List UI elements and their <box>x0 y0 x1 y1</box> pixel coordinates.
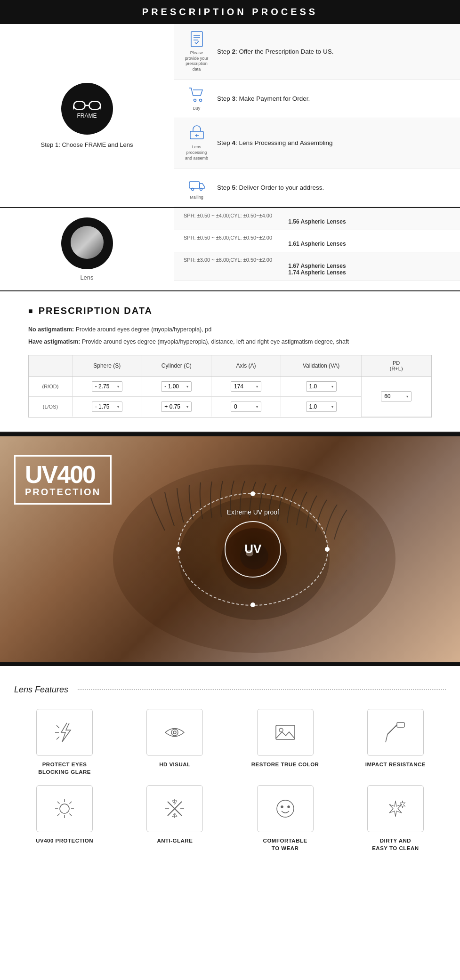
rod-validation[interactable]: 1.0▾ <box>281 377 362 397</box>
svg-rect-27 <box>276 725 295 739</box>
svg-point-9 <box>194 99 196 101</box>
th-pd: PD(R+L) <box>362 355 431 377</box>
svg-point-16 <box>200 188 202 190</box>
lens-section: Lens SPH: ±0.50 ~ ±4.00;CYL: ±0.50~±4.00… <box>0 208 460 291</box>
lens-row-1: SPH: ±0.50 ~ ±4.00;CYL: ±0.50~±4.00 1.56… <box>174 208 460 230</box>
step5-icon-wrap: Mailing <box>184 175 210 201</box>
svg-point-50 <box>277 800 294 817</box>
los-validation[interactable]: 1.0▾ <box>281 397 362 417</box>
step5-text: Step 5: Deliver Order to your address. <box>217 184 324 191</box>
feature-icon-box-7 <box>257 785 314 832</box>
step2-icon-wrap: Please provide your prescription data <box>184 31 210 72</box>
pd-value[interactable]: 60▾ <box>362 377 431 417</box>
uv400-section: UV400 PROTECTION Extreme UV proof UV <box>0 436 460 662</box>
uv-sub-label: PROTECTION <box>25 487 101 498</box>
step4: Lens processing and assemb Step 4: Lens … <box>174 118 460 168</box>
feature-icon-box-8 <box>367 785 424 832</box>
svg-line-22 <box>56 725 59 728</box>
svg-point-10 <box>199 99 202 101</box>
hammer-icon <box>384 721 407 744</box>
lightning-icon <box>53 721 76 744</box>
features-title: Lens Features <box>14 685 68 695</box>
svg-point-33 <box>60 804 69 813</box>
frame-left: FRAME Step 1: Choose FRAME and Lens <box>0 24 174 207</box>
los-sphere[interactable]: - 1.75▾ <box>72 397 142 417</box>
step3-icon-label: Buy <box>184 106 210 112</box>
feature-label-5: UV400 PROTECTION <box>36 837 93 844</box>
lens-label: Lens <box>80 274 93 281</box>
svg-line-24 <box>56 737 59 739</box>
feature-icon-box-6 <box>146 785 203 832</box>
feature-hd-visual: HD VISUAL <box>124 709 225 776</box>
svg-marker-54 <box>400 801 405 808</box>
frame-icon-circle: FRAME <box>61 83 113 135</box>
rod-axis[interactable]: 174▾ <box>211 377 281 397</box>
features-grid: PROTECT EYES BLOCKING GLARE HD VISUAL <box>14 709 446 852</box>
svg-rect-29 <box>397 723 404 727</box>
rod-sphere[interactable]: - 2.75▾ <box>72 377 142 397</box>
svg-point-52 <box>288 806 290 808</box>
th-sphere: Sphere (S) <box>72 355 142 377</box>
svg-point-15 <box>191 188 194 190</box>
image-icon <box>274 721 297 744</box>
rod-cylinder[interactable]: - 1.00▾ <box>142 377 211 397</box>
step4-icon-wrap: Lens processing and assemb <box>184 125 210 161</box>
step3-icon-wrap: Buy <box>184 86 210 112</box>
frame-circle-label: FRAME <box>77 112 97 119</box>
eye-icon <box>163 721 186 744</box>
feature-icon-box-5 <box>36 785 93 832</box>
step1-label: Step 1: Choose FRAME and Lens <box>41 141 133 148</box>
th-axis: Axis (A) <box>211 355 281 377</box>
feature-restore-color: RESTORE TRUE COLOR <box>235 709 336 776</box>
lens-row-3-name: 1.67 Aspheric Lenses 1.74 Aspheric Lense… <box>184 263 451 276</box>
sun-icon <box>53 797 76 820</box>
svg-line-4 <box>100 105 101 110</box>
prescription-data-section: PRESCRIPTION DATA No astigmatism: Provid… <box>0 291 460 433</box>
uv-dot-top <box>250 491 255 496</box>
table-row-rod: (R/OD) - 2.75▾ - 1.00▾ 174▾ 1.0▾ 60▾ <box>29 377 431 397</box>
lens-row-3: SPH: ±3.00 ~ ±8.00;CYL: ±0.50~±2.00 1.67… <box>174 252 460 281</box>
lens-row-2-specs: SPH: ±0.50 ~ ±6.00;CYL: ±0.50~±2.00 <box>184 235 451 241</box>
header-title: PRESCRIPTION PROCESS <box>142 7 318 17</box>
feature-icon-box-3 <box>257 709 314 756</box>
lens-features-section: Lens Features PROTECT EYES BLOCKING GLAR… <box>0 666 460 871</box>
black-divider <box>0 433 460 436</box>
assembly-icon <box>188 125 205 142</box>
los-cylinder[interactable]: + 0.75▾ <box>142 397 211 417</box>
step4-icon-label: Lens processing and assemb <box>184 145 210 161</box>
svg-line-31 <box>387 725 397 734</box>
svg-rect-1 <box>89 102 100 110</box>
prescription-table: Sphere (S) Cylinder (C) Axis (A) Validat… <box>29 355 431 417</box>
lens-left: Lens <box>0 208 174 290</box>
feature-label-3: RESTORE TRUE COLOR <box>251 761 319 768</box>
svg-point-25 <box>171 729 178 736</box>
feature-impact: IMPACT RESISTANCE <box>345 709 446 776</box>
svg-line-39 <box>70 813 72 816</box>
cart-icon <box>188 86 205 103</box>
feature-label-8: DIRTY AND EASY TO CLEAN <box>372 837 419 852</box>
step3: Buy Step 3: Make Payment for Order. <box>174 80 460 119</box>
step2: Please provide your prescription data St… <box>174 24 460 80</box>
lens-row-2: SPH: ±0.50 ~ ±6.00;CYL: ±0.50~±2.00 1.61… <box>174 230 460 252</box>
feature-label-4: IMPACT RESISTANCE <box>365 761 426 768</box>
step3-text: Step 3: Make Payment for Order. <box>217 95 310 102</box>
step5: Mailing Step 5: Deliver Order to your ad… <box>174 169 460 208</box>
step2-icon-label: Please provide your prescription data <box>184 50 210 72</box>
svg-rect-5 <box>191 32 202 47</box>
step2-text: Step 2: Offer the Prescription Date to U… <box>217 48 333 55</box>
have-astigmatism-label: Have astigmatism: <box>28 338 80 345</box>
svg-line-3 <box>73 105 74 110</box>
feature-anti-glare: ANTI-GLARE <box>124 785 225 852</box>
los-axis[interactable]: 0▾ <box>211 397 281 417</box>
feature-icon-box-4 <box>367 709 424 756</box>
svg-line-38 <box>57 802 60 804</box>
lens-row-1-name: 1.56 Aspheric Lenses <box>184 218 451 225</box>
features-header: Lens Features <box>14 685 446 695</box>
th-empty <box>29 355 72 377</box>
uv-dot-right <box>325 547 330 552</box>
uv-overlay-box: UV400 PROTECTION <box>14 455 112 505</box>
step4-text: Step 4: Lens Processing and Assembling <box>217 139 332 146</box>
glasses-icon <box>73 98 101 112</box>
lens-circle-inner <box>71 226 104 259</box>
svg-line-32 <box>386 734 387 742</box>
